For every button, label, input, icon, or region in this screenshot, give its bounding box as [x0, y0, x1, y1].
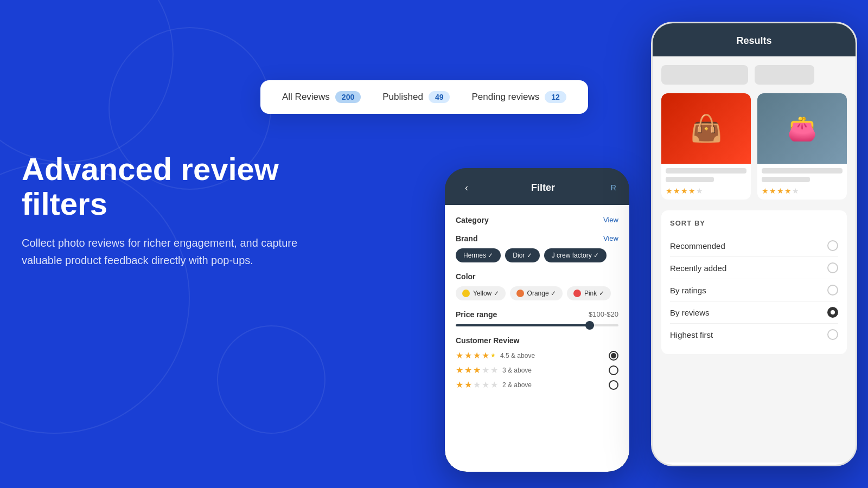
- sort-radio-recently-added[interactable]: [827, 262, 838, 273]
- star5: ★: [792, 187, 799, 195]
- star4: ★: [688, 187, 695, 195]
- sort-option-highest-first[interactable]: Highest first: [670, 324, 838, 345]
- price-slider[interactable]: [456, 324, 618, 326]
- customer-review-label: Customer Review: [456, 336, 618, 345]
- category-label: Category: [456, 216, 489, 224]
- star-2: ★: [464, 365, 472, 375]
- stars-3: ★ ★ ★ ★ ★ 3 & above: [456, 365, 532, 375]
- results-header: Results: [653, 23, 856, 56]
- price-label: Price range: [456, 310, 497, 319]
- sort-radio-by-ratings[interactable]: [827, 285, 838, 296]
- sort-option-recommended[interactable]: Recommended: [670, 235, 838, 257]
- star2: ★: [673, 187, 680, 195]
- radio-2[interactable]: [609, 380, 618, 390]
- color-label: Color: [456, 272, 476, 281]
- product-grid: ★ ★ ★ ★ ★ ★ ★: [661, 93, 847, 200]
- yellow-dot: [462, 290, 470, 297]
- results-top-bars: [661, 65, 847, 85]
- sub-text: Collect photo reviews for richer engagem…: [22, 234, 304, 269]
- sort-highest-first-label: Highest first: [670, 330, 713, 339]
- review-tab-all[interactable]: All Reviews 200: [282, 91, 361, 103]
- top-bar-2: [755, 65, 814, 85]
- star-4: ★: [482, 350, 489, 361]
- review-text-4-5: 4.5 & above: [500, 352, 535, 359]
- category-view[interactable]: View: [603, 216, 618, 224]
- product-img-red-bag: [661, 93, 751, 164]
- sort-option-by-ratings[interactable]: By ratings: [670, 279, 838, 301]
- star4: ★: [784, 187, 792, 195]
- color-tag-pink[interactable]: Pink ✓: [567, 286, 611, 300]
- stars-4-5: ★ ★ ★ ★ ★ 4.5 & above: [456, 350, 535, 361]
- filter-category-section: Category View: [456, 216, 618, 224]
- sort-section: SORT BY Recommended Recently added By ra…: [661, 210, 847, 354]
- review-tab-pending[interactable]: Pending reviews 12: [471, 91, 566, 103]
- brand-tag-dior[interactable]: Dior ✓: [505, 248, 539, 262]
- filter-body: Category View Brand View Hermes ✓ Dior ✓…: [445, 205, 629, 472]
- review-row-4-5[interactable]: ★ ★ ★ ★ ★ 4.5 & above: [456, 350, 618, 361]
- sort-radio-by-reviews[interactable]: [827, 307, 838, 318]
- color-tag-yellow[interactable]: Yellow ✓: [456, 286, 506, 300]
- customer-review-section: Customer Review ★ ★ ★ ★ ★ 4.5 & above ★: [456, 336, 618, 390]
- product-info-1: ★ ★ ★ ★ ★: [661, 164, 751, 200]
- product-img-yellow-bag: [757, 93, 847, 164]
- star-3: ★: [473, 350, 481, 361]
- color-tags: Yellow ✓ Orange ✓ Pink ✓: [456, 286, 618, 300]
- back-button[interactable]: ‹: [458, 179, 475, 196]
- sort-option-recently-added[interactable]: Recently added: [670, 257, 838, 279]
- tab-pending-label: Pending reviews: [471, 92, 539, 102]
- product-name-bar-1: [666, 168, 746, 174]
- star-3: ★: [473, 365, 481, 375]
- review-row-3[interactable]: ★ ★ ★ ★ ★ 3 & above: [456, 365, 618, 375]
- filter-color-section: Color Yellow ✓ Orange ✓ Pink ✓: [456, 272, 618, 300]
- product-card-1[interactable]: ★ ★ ★ ★ ★: [661, 93, 751, 200]
- star-3: ★: [473, 380, 481, 390]
- review-row-2[interactable]: ★ ★ ★ ★ ★ 2 & above: [456, 380, 618, 390]
- color-tag-orange[interactable]: Orange ✓: [510, 286, 563, 300]
- star2: ★: [769, 187, 776, 195]
- product-name-bar-short-2: [762, 177, 810, 182]
- star-4: ★: [482, 380, 489, 390]
- filter-brand-section: Brand View Hermes ✓ Dior ✓ J crew factor…: [456, 234, 618, 262]
- heading-line1: Advanced review: [22, 151, 279, 187]
- sort-radio-highest-first[interactable]: [827, 329, 838, 340]
- brand-tag-hermes[interactable]: Hermes ✓: [456, 248, 501, 262]
- review-tab-published[interactable]: Published 49: [382, 91, 450, 103]
- radio-4-5[interactable]: [609, 351, 618, 361]
- review-text-3: 3 & above: [502, 367, 532, 374]
- brand-tags: Hermes ✓ Dior ✓ J crew factory ✓: [456, 248, 618, 262]
- pink-dot: [573, 290, 581, 297]
- sort-radio-recommended[interactable]: [827, 240, 838, 251]
- sort-by-reviews-label: By reviews: [670, 308, 710, 317]
- product-name-bar-short-1: [666, 177, 714, 182]
- sort-recently-added-label: Recently added: [670, 264, 726, 273]
- review-bar: All Reviews 200 Published 49 Pending rev…: [260, 80, 588, 114]
- slider-fill: [456, 324, 594, 326]
- bg-decor-4: [217, 325, 326, 434]
- main-heading: Advanced review filters: [22, 152, 304, 221]
- bg-decor-1: [0, 0, 174, 163]
- review-text-2: 2 & above: [502, 381, 532, 389]
- star-1: ★: [456, 380, 463, 390]
- tab-published-label: Published: [382, 92, 423, 102]
- filter-reset-button[interactable]: R: [611, 183, 616, 192]
- product-card-2[interactable]: ★ ★ ★ ★ ★: [757, 93, 847, 200]
- orange-dot: [516, 290, 524, 297]
- sort-recommended-label: Recommended: [670, 241, 725, 251]
- filter-phone: ‹ Filter R Category View Brand View Herm…: [445, 168, 629, 472]
- product-stars-1: ★ ★ ★ ★ ★: [666, 187, 746, 195]
- filter-phone-header: ‹ Filter R: [445, 168, 629, 205]
- sort-by-ratings-label: By ratings: [670, 286, 706, 295]
- results-title: Results: [666, 35, 843, 47]
- star5: ★: [696, 187, 703, 195]
- star-2: ★: [464, 380, 472, 390]
- star3: ★: [681, 187, 688, 195]
- brand-tag-jcrew[interactable]: J crew factory ✓: [544, 248, 607, 262]
- brand-view[interactable]: View: [603, 234, 618, 243]
- results-phone: Results ★ ★ ★: [651, 22, 857, 466]
- sort-option-by-reviews[interactable]: By reviews: [670, 301, 838, 324]
- star-5: ★: [490, 380, 498, 390]
- tab-published-count: 49: [429, 91, 450, 103]
- star-5: ★: [490, 365, 498, 375]
- slider-thumb[interactable]: [585, 321, 594, 330]
- radio-3[interactable]: [609, 365, 618, 375]
